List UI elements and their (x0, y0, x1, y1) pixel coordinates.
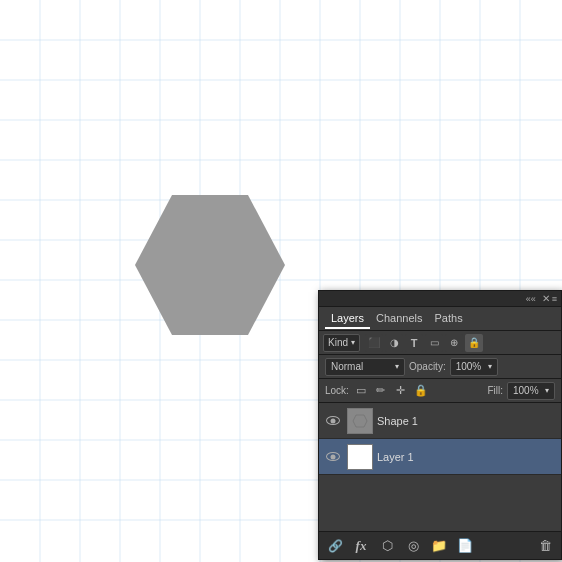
new-group-icon[interactable]: 📁 (429, 536, 449, 556)
layer-thumbnail-layer1 (347, 444, 373, 470)
tab-paths[interactable]: Paths (429, 309, 469, 329)
canvas-hexagon (135, 195, 285, 335)
lock-image-icon[interactable]: ✏ (373, 383, 389, 399)
filter-smartobject-icon[interactable]: ⊕ (445, 334, 463, 352)
filter-type-icon[interactable]: T (405, 334, 423, 352)
panel-lock-row: Lock: ▭ ✏ ✛ 🔒 Fill: 100% ▾ (319, 379, 561, 403)
lock-label: Lock: (325, 385, 349, 396)
link-layers-icon[interactable]: 🔗 (325, 536, 345, 556)
layer-thumbnail-shape1 (347, 408, 373, 434)
filter-lock-icon[interactable]: 🔒 (465, 334, 483, 352)
layer-visibility-shape1[interactable] (323, 411, 343, 431)
new-layer-icon[interactable]: 📄 (455, 536, 475, 556)
opacity-input[interactable]: 100% ▾ (450, 358, 498, 376)
layer-item-layer1[interactable]: Layer 1 (319, 439, 561, 475)
layers-panel: «« ✕ ≡ Layers Channels Paths Kind ▾ ⬛ ◑ … (318, 290, 562, 560)
panel-blend-opacity-row: Normal ▾ Opacity: 100% ▾ (319, 355, 561, 379)
panel-collapse-arrows[interactable]: «« (526, 294, 536, 304)
panel-bottombar: 🔗 fx ⬡ ◎ 📁 📄 🗑 (319, 531, 561, 559)
tab-layers[interactable]: Layers (325, 309, 370, 329)
filter-kind-dropdown[interactable]: Kind ▾ (323, 334, 360, 352)
filter-adjustment-icon[interactable]: ◑ (385, 334, 403, 352)
tab-channels[interactable]: Channels (370, 309, 428, 329)
filter-shape-icon[interactable]: ▭ (425, 334, 443, 352)
panel-menu-button[interactable]: ≡ (552, 294, 557, 304)
panel-filter-toolbar: Kind ▾ ⬛ ◑ T ▭ ⊕ 🔒 (319, 331, 561, 355)
fx-icon[interactable]: fx (351, 536, 371, 556)
delete-layer-icon[interactable]: 🗑 (535, 536, 555, 556)
filter-pixel-icon[interactable]: ⬛ (365, 334, 383, 352)
filter-icons: ⬛ ◑ T ▭ ⊕ 🔒 (365, 334, 483, 352)
lock-position-icon[interactable]: ✛ (393, 383, 409, 399)
eye-icon-shape1 (326, 416, 340, 425)
layer-visibility-layer1[interactable] (323, 447, 343, 467)
panel-topbar: «« ✕ ≡ (319, 291, 561, 307)
panel-tabs: Layers Channels Paths (319, 307, 561, 331)
layer-name-layer1: Layer 1 (377, 451, 557, 463)
layers-list: Shape 1 Layer 1 (319, 403, 561, 531)
new-fill-layer-icon[interactable]: ⬡ (377, 536, 397, 556)
opacity-label: Opacity: (409, 361, 446, 372)
lock-transparent-icon[interactable]: ▭ (353, 383, 369, 399)
blend-mode-dropdown[interactable]: Normal ▾ (325, 358, 405, 376)
fill-label: Fill: (487, 385, 503, 396)
svg-marker-26 (353, 415, 367, 427)
layer-name-shape1: Shape 1 (377, 415, 557, 427)
fill-input[interactable]: 100% ▾ (507, 382, 555, 400)
layer-item-shape1[interactable]: Shape 1 (319, 403, 561, 439)
eye-icon-layer1 (326, 452, 340, 461)
lock-all-icon[interactable]: 🔒 (413, 383, 429, 399)
add-mask-icon[interactable]: ◎ (403, 536, 423, 556)
panel-close-button[interactable]: ✕ (542, 293, 550, 304)
